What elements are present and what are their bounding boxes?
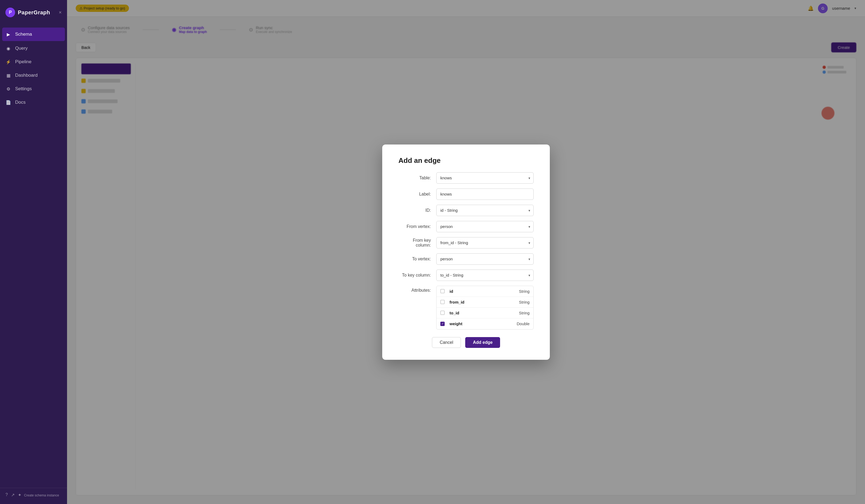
label-label: Label:	[399, 192, 436, 197]
id-select[interactable]: id - String	[436, 205, 534, 216]
docs-icon: 📄	[5, 99, 11, 105]
dashboard-icon: ▦	[5, 72, 11, 78]
from-key-select[interactable]: from_id - String	[436, 237, 534, 248]
attr-type-to-id: String	[512, 310, 533, 315]
attr-type-weight: Double	[512, 321, 533, 326]
sidebar-item-label: Schema	[15, 32, 32, 37]
checkbox-weight[interactable]: ✓	[437, 322, 448, 326]
label-input[interactable]	[436, 188, 534, 200]
sidebar-item-docs[interactable]: 📄 Docs	[0, 96, 67, 109]
unchecked-icon	[440, 310, 445, 315]
attr-name-id: id	[448, 289, 512, 294]
table-select-wrapper: knows ▾	[436, 172, 534, 184]
pipeline-icon: ⚡	[5, 59, 11, 65]
table-select[interactable]: knows	[436, 172, 534, 184]
label-row: Label:	[399, 188, 534, 200]
star-icon[interactable]: ✦	[18, 492, 21, 497]
query-icon: ◉	[5, 45, 11, 51]
attr-name-to-id: to_id	[448, 310, 512, 315]
help-icon[interactable]: ?	[5, 492, 8, 497]
close-icon[interactable]: ×	[59, 10, 62, 15]
settings-icon: ⚙	[5, 86, 11, 92]
sidebar: P PaperGraph × ▶ Schema ◉ Query ⚡ Pipeli…	[0, 0, 67, 504]
attribute-row-to-id: to_id String	[437, 308, 533, 318]
attribute-row-from-id: from_id String	[437, 297, 533, 308]
from-key-label: From key column:	[399, 238, 436, 248]
attr-name-from-id: from_id	[448, 300, 512, 304]
footer-text: Create schema instance	[24, 493, 59, 497]
to-vertex-row: To vertex: person ▾	[399, 253, 534, 265]
sidebar-footer: ? ↗ ✦ Create schema instance	[0, 488, 67, 504]
from-vertex-row: From vertex: person ▾	[399, 221, 534, 232]
attributes-row: Attributes: id String	[399, 286, 534, 329]
modal-actions: Cancel Add edge	[399, 337, 534, 348]
checkbox-to-id[interactable]	[437, 310, 448, 315]
attributes-label: Attributes:	[399, 286, 436, 293]
external-link-icon[interactable]: ↗	[11, 492, 15, 497]
modal-wrapper: Add an edge Table: knows ▾ Label: ID: id…	[67, 0, 865, 504]
sidebar-item-label: Settings	[15, 86, 32, 92]
unchecked-icon	[440, 300, 445, 304]
sidebar-item-label: Query	[15, 46, 27, 51]
attribute-row-id: id String	[437, 286, 533, 297]
attr-name-weight: weight	[448, 321, 512, 326]
attribute-row-weight: ✓ weight Double	[437, 318, 533, 329]
unchecked-icon	[440, 289, 445, 293]
sidebar-item-query[interactable]: ◉ Query	[0, 42, 67, 55]
to-key-row: To key column: to_id - String ▾	[399, 270, 534, 281]
checked-icon: ✓	[440, 322, 445, 326]
cancel-button[interactable]: Cancel	[432, 337, 461, 348]
from-vertex-select[interactable]: person	[436, 221, 534, 232]
sidebar-item-pipeline[interactable]: ⚡ Pipeline	[0, 55, 67, 69]
footer-icons: ? ↗ ✦	[5, 492, 21, 497]
logo-icon: P	[5, 8, 15, 17]
id-label: ID:	[399, 208, 436, 213]
sidebar-nav: ▶ Schema ◉ Query ⚡ Pipeline ▦ Dashboard …	[0, 25, 67, 488]
add-edge-modal: Add an edge Table: knows ▾ Label: ID: id…	[382, 144, 550, 360]
to-vertex-label: To vertex:	[399, 257, 436, 261]
sidebar-item-label: Docs	[15, 99, 26, 105]
from-key-select-wrapper: from_id - String ▾	[436, 237, 534, 248]
id-select-wrapper: id - String ▾	[436, 205, 534, 216]
sidebar-item-schema[interactable]: ▶ Schema	[2, 27, 65, 41]
add-edge-button[interactable]: Add edge	[465, 337, 500, 348]
sidebar-item-settings[interactable]: ⚙ Settings	[0, 82, 67, 96]
attr-type-id: String	[512, 289, 533, 294]
from-vertex-label: From vertex:	[399, 224, 436, 229]
table-row: Table: knows ▾	[399, 172, 534, 184]
from-key-row: From key column: from_id - String ▾	[399, 237, 534, 248]
checkbox-from-id[interactable]	[437, 300, 448, 304]
attr-type-from-id: String	[512, 300, 533, 304]
modal-title: Add an edge	[399, 156, 534, 165]
from-vertex-select-wrapper: person ▾	[436, 221, 534, 232]
sidebar-item-label: Pipeline	[15, 59, 32, 65]
to-key-select[interactable]: to_id - String	[436, 270, 534, 281]
to-key-label: To key column:	[399, 273, 436, 278]
sidebar-item-label: Dashboard	[15, 73, 37, 78]
checkbox-id[interactable]	[437, 289, 448, 293]
attributes-table: id String from_id String	[436, 286, 534, 329]
schema-icon: ▶	[5, 31, 11, 37]
sidebar-logo-area: P PaperGraph ×	[0, 0, 67, 25]
to-key-select-wrapper: to_id - String ▾	[436, 270, 534, 281]
attributes-wrapper: id String from_id String	[436, 286, 534, 329]
to-vertex-select-wrapper: person ▾	[436, 253, 534, 265]
logo-text: PaperGraph	[18, 10, 50, 16]
table-label: Table:	[399, 176, 436, 180]
to-vertex-select[interactable]: person	[436, 253, 534, 265]
sidebar-item-dashboard[interactable]: ▦ Dashboard	[0, 69, 67, 82]
id-row: ID: id - String ▾	[399, 205, 534, 216]
